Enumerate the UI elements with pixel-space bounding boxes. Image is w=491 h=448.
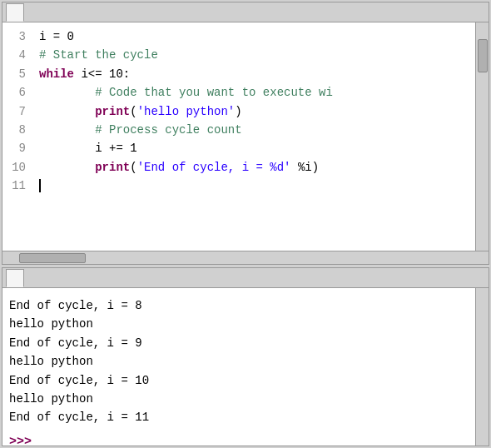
shell-output-line: End of cycle, i = 8: [9, 296, 469, 315]
shell-pane: End of cycle, i = 8hello pythonEnd of cy…: [2, 267, 489, 446]
line-number: 5: [9, 65, 26, 83]
code-segment: [39, 161, 95, 174]
editor-pane: 34567891011 i = 0# Start the cyclewhile …: [2, 2, 489, 265]
code-segment: print: [95, 161, 130, 174]
shell-tab[interactable]: [6, 269, 24, 287]
shell-output[interactable]: End of cycle, i = 8hello pythonEnd of cy…: [2, 288, 475, 446]
editor-scroll-area: 34567891011 i = 0# Start the cyclewhile …: [2, 22, 489, 264]
shell-content: End of cycle, i = 8hello pythonEnd of cy…: [2, 288, 489, 446]
code-segment: [39, 105, 95, 118]
code-line: while i<= 10:: [39, 65, 472, 83]
code-segment: i = 0: [39, 30, 74, 43]
line-number: 9: [9, 139, 26, 157]
editor-horizontal-scrollbar[interactable]: [2, 251, 489, 264]
shell-output-line: hello python: [9, 390, 469, 408]
shell-vertical-scrollbar[interactable]: [475, 288, 489, 446]
shell-output-line: End of cycle, i = 10: [9, 371, 469, 390]
code-segment: (: [130, 105, 136, 118]
line-number: 3: [9, 27, 26, 46]
editor-inner: 34567891011 i = 0# Start the cyclewhile …: [2, 22, 489, 251]
code-area[interactable]: i = 0# Start the cyclewhile i<= 10: # Co…: [32, 22, 475, 251]
shell-prompt-symbol: >>>: [9, 435, 32, 446]
code-line: # Code that you want to execute wi: [39, 83, 472, 102]
main-container: 34567891011 i = 0# Start the cyclewhile …: [0, 0, 491, 448]
line-number: 10: [9, 158, 26, 177]
code-segment: while: [39, 67, 74, 81]
cursor: [39, 179, 41, 192]
shell-output-line: End of cycle, i = 9: [9, 334, 469, 352]
code-line: [39, 177, 472, 195]
shell-tab-bar: [2, 268, 489, 288]
shell-output-line: hello python: [9, 315, 469, 333]
line-numbers: 34567891011: [2, 22, 32, 251]
code-line: # Process cycle count: [39, 121, 472, 139]
editor-h-scrollbar-thumb[interactable]: [19, 253, 86, 263]
editor-tab[interactable]: [6, 3, 24, 22]
code-line: i += 1: [39, 139, 472, 157]
code-segment: ): [235, 105, 241, 118]
line-number: 4: [9, 46, 26, 64]
code-segment: (: [130, 161, 136, 174]
shell-output-line: End of cycle, i = 11: [9, 408, 469, 426]
code-segment: # Start the cycle: [39, 48, 158, 62]
shell-output-line: hello python: [9, 352, 469, 371]
editor-tab-bar: [2, 2, 489, 22]
code-segment: i<= 10:: [74, 67, 130, 81]
line-number: 11: [9, 177, 26, 195]
code-segment: 'hello python': [137, 105, 236, 118]
shell-prompt[interactable]: >>>: [9, 432, 469, 446]
line-number: 8: [9, 121, 26, 139]
code-line: # Start the cycle: [39, 46, 472, 64]
code-line: i = 0: [39, 27, 472, 46]
code-line: print('End of cycle, i = %d' %i): [39, 158, 472, 177]
code-segment: %i): [290, 161, 319, 174]
editor-vertical-scrollbar[interactable]: [475, 22, 489, 251]
line-number: 7: [9, 102, 26, 121]
code-segment: print: [95, 105, 130, 118]
code-segment: # Process cycle count: [39, 123, 242, 137]
code-segment: 'End of cycle, i = %d': [137, 161, 291, 174]
line-number: 6: [9, 83, 26, 102]
code-segment: i += 1: [39, 142, 137, 155]
code-segment: # Code that you want to execute wi: [39, 86, 333, 99]
code-line: print('hello python'): [39, 102, 472, 121]
editor-scrollbar-thumb[interactable]: [478, 39, 488, 72]
